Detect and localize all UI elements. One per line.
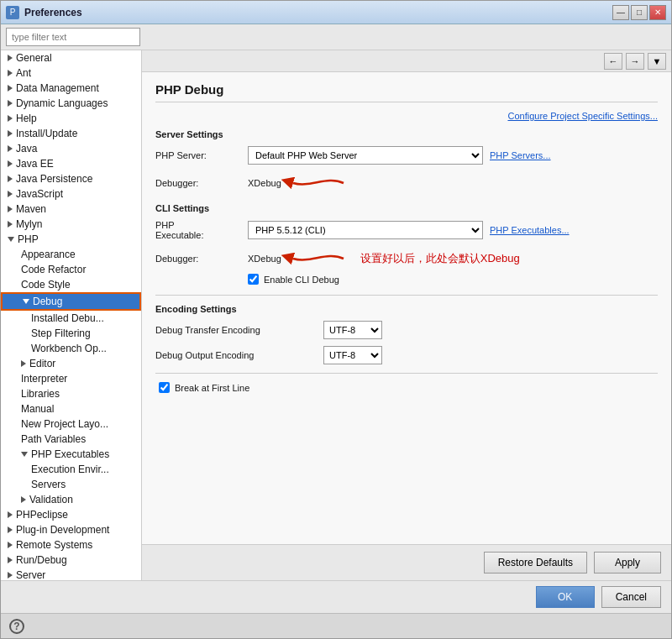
encoding-section-title: Encoding Settings [155,304,658,314]
minimize-button[interactable]: — [612,5,629,20]
arrow-icon [8,115,13,122]
php-executable-dropdown[interactable]: PHP 5.5.12 (CLI) [248,221,483,239]
arrow-icon [8,511,13,518]
php-executables-link[interactable]: PHP Executables... [490,225,570,235]
sidebar-item-javascript[interactable]: JavaScript [1,186,141,202]
debug-output-dropdown[interactable]: UTF-8 UTF-16 ISO-8859-1 [323,346,382,364]
search-bar [1,24,671,50]
arrow-icon [8,221,13,228]
sidebar-item-php-libraries[interactable]: Libraries [1,386,141,401]
sidebar-item-php-path-variables[interactable]: Path Variables [1,432,141,447]
php-executable-row: PHPExecutable: PHP 5.5.12 (CLI) PHP Exec… [155,220,658,240]
sidebar-item-run-debug[interactable]: Run/Debug [1,553,141,568]
sidebar-item-phpeclipse[interactable]: PHPeclipse [1,507,141,522]
cli-section-title: CLI Settings [155,203,658,213]
sidebar-item-php-new-project[interactable]: New Project Layo... [1,416,141,432]
panel-toolbar: ← → ▼ [142,50,671,72]
sidebar-item-java-persistence[interactable]: Java Persistence [1,171,141,186]
panel-content: PHP Debug Configure Project Specific Set… [142,72,671,544]
break-first-line-label[interactable]: Break at First Line [175,383,249,393]
php-servers-link[interactable]: PHP Servers... [490,150,551,160]
arrow-icon [8,542,13,548]
arrow-icon [8,206,13,212]
server-section-title: Server Settings [155,129,658,139]
red-arrow-1 [285,171,352,195]
help-icon[interactable]: ? [9,619,24,634]
sidebar-item-php-appearance[interactable]: Appearance [1,247,141,262]
sidebar-item-java[interactable]: Java [1,141,141,156]
php-server-dropdown[interactable]: Default PHP Web Server [248,146,483,165]
arrow-icon [8,160,13,167]
arrow-right-icon [21,496,26,503]
sidebar-item-php-interpreter[interactable]: Interpreter [1,371,141,386]
sidebar-item-php-manual[interactable]: Manual [1,401,141,416]
sidebar-item-php-exec-execution[interactable]: Execution Envir... [1,462,141,477]
sidebar-item-plug-in-development[interactable]: Plug-in Development [1,522,141,537]
window-controls: — □ ✕ [612,5,666,20]
apply-button[interactable]: Apply [594,552,661,574]
page-title: PHP Debug [155,82,658,102]
arrow-icon [8,526,13,533]
sidebar-item-php-debug[interactable]: Debug [1,292,141,311]
enable-cli-label[interactable]: Enable CLI Debug [264,275,339,285]
arrow-icon [8,70,13,76]
window-title: Preferences [24,7,612,18]
sidebar-item-help[interactable]: Help [1,111,141,126]
arrow-icon [8,175,13,182]
sidebar-item-dynamic-languages[interactable]: Dynamic Languages [1,96,141,111]
back-button[interactable]: ← [604,53,622,70]
sidebar-item-php-editor[interactable]: Editor [1,356,141,371]
arrow-icon [8,100,13,107]
ok-button[interactable]: OK [536,586,595,608]
break-first-line-row: Break at First Line [159,382,658,393]
forward-button[interactable]: → [626,53,644,70]
sidebar-item-php-debug-workbench[interactable]: Workbench Op... [1,341,141,356]
sidebar-item-mylyn[interactable]: Mylyn [1,217,141,232]
debug-transfer-row: Debug Transfer Encoding UTF-8 UTF-16 ISO… [155,321,658,339]
sidebar-item-data-management[interactable]: Data Management [1,81,141,96]
sidebar-item-general[interactable]: General [1,50,141,65]
sidebar-item-php-validation[interactable]: Validation [1,492,141,507]
sidebar-item-remote-systems[interactable]: Remote Systems [1,537,141,553]
sidebar-item-php-debug-installed[interactable]: Installed Debu... [1,311,141,326]
enable-cli-checkbox[interactable] [248,274,259,285]
sidebar-item-java-ee[interactable]: Java EE [1,156,141,171]
arrow-icon [8,145,13,152]
sidebar-item-php[interactable]: PHP [1,232,141,247]
sidebar-item-php-code-refactor[interactable]: Code Refactor [1,262,141,277]
annotation-text: 设置好以后，此处会默认XDebug [360,251,520,266]
configure-project-link[interactable]: Configure Project Specific Settings... [155,111,658,121]
cancel-button[interactable]: Cancel [601,586,661,608]
debugger-label-2: Debugger: [155,254,248,264]
right-content-panel: ← → ▼ PHP Debug Configure Project Specif… [142,50,671,580]
preferences-window: P Preferences — □ ✕ General Ant [0,0,672,639]
red-arrow-2 [285,247,352,270]
sidebar-item-php-code-style[interactable]: Code Style [1,277,141,292]
break-first-line-checkbox[interactable] [159,382,170,393]
debug-transfer-dropdown[interactable]: UTF-8 UTF-16 ISO-8859-1 [323,321,382,339]
sidebar-item-php-debug-step[interactable]: Step Filtering [1,326,141,341]
sidebar-item-php-executables[interactable]: PHP Executables [1,447,141,462]
arrow-down-icon [21,452,28,457]
close-button[interactable]: ✕ [649,5,666,20]
arrow-right-icon [21,360,26,367]
debug-output-label: Debug Output Encoding [155,350,323,360]
restore-button[interactable]: □ [631,5,648,20]
arrow-icon [8,191,13,197]
sidebar-item-maven[interactable]: Maven [1,202,141,217]
section-divider-2 [155,373,658,374]
menu-button[interactable]: ▼ [648,53,666,70]
debugger-value-2: XDebug [248,254,281,264]
title-bar: P Preferences — □ ✕ [1,1,671,24]
sidebar-item-ant[interactable]: Ant [1,65,141,81]
arrow-icon [8,130,13,137]
help-bar: ? [1,613,671,638]
search-input[interactable] [6,28,140,46]
debugger-label-1: Debugger: [155,178,248,188]
sidebar-item-install-update[interactable]: Install/Update [1,126,141,141]
sidebar-item-server[interactable]: Server [1,568,141,580]
window-icon: P [6,6,19,19]
ok-cancel-bar: OK Cancel [1,580,671,613]
sidebar-item-php-exec-servers[interactable]: Servers [1,477,141,492]
restore-defaults-button[interactable]: Restore Defaults [484,552,587,574]
